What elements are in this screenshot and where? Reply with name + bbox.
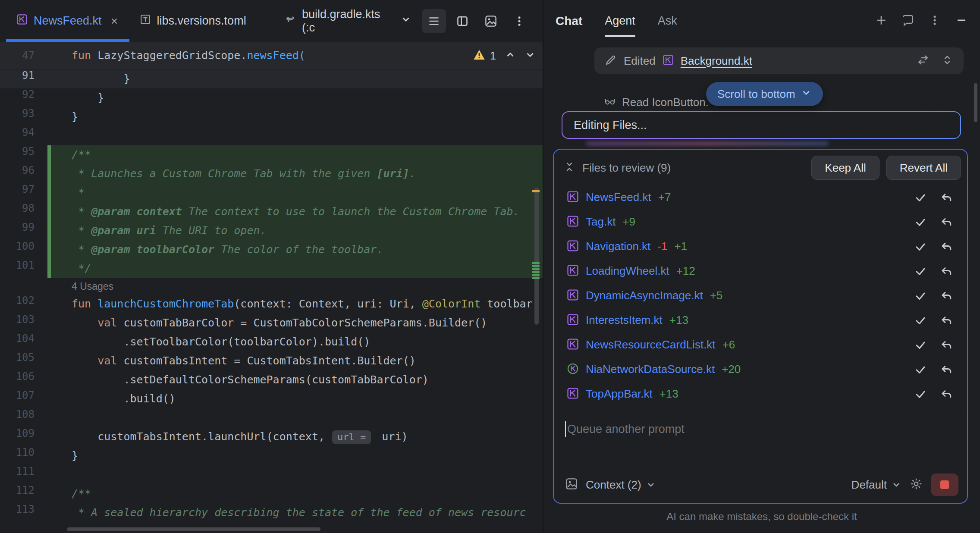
code-line[interactable]: 110} <box>0 446 543 465</box>
additions-count: +12 <box>676 264 695 278</box>
code-line[interactable]: 111 <box>0 465 543 484</box>
line-number: 98 <box>0 202 47 221</box>
code-line[interactable]: 101 */ <box>0 259 543 278</box>
revert-file-button[interactable] <box>937 262 956 281</box>
warning-icon[interactable] <box>473 48 486 63</box>
revert-file-button[interactable] <box>937 385 956 404</box>
tab-newsfeed[interactable]: NewsFeed.kt <box>6 0 129 42</box>
code-line[interactable]: 95/** <box>0 145 543 164</box>
list-view-icon[interactable] <box>422 9 446 33</box>
preview-image-icon[interactable] <box>479 9 503 33</box>
revert-file-button[interactable] <box>937 311 956 330</box>
close-tab-icon[interactable] <box>110 16 119 26</box>
accept-file-button[interactable] <box>911 237 930 256</box>
tab-libs-versions-toml[interactable]: libs.versions.toml <box>129 0 257 42</box>
revert-all-button[interactable]: Revert All <box>886 156 961 180</box>
code-line[interactable]: 94 <box>0 126 543 145</box>
code-line[interactable]: 102fun launchCustomChromeTab(context: Co… <box>0 295 543 314</box>
warning-stripe-mark[interactable] <box>532 190 540 192</box>
keep-all-button[interactable]: Keep All <box>811 156 879 180</box>
file-row: TopAppBar.kt+13 <box>554 382 967 406</box>
file-link[interactable]: NewsResourceCardList.kt <box>586 338 716 351</box>
accept-file-button[interactable] <box>911 213 930 232</box>
code-line[interactable]: 109 customTabsIntent.launchUrl(context, … <box>0 427 543 446</box>
new-chat-icon[interactable] <box>875 14 888 28</box>
stop-button[interactable] <box>931 473 958 496</box>
kebab-menu-icon[interactable] <box>507 9 531 33</box>
code-line[interactable]: 106 .setDefaultColorSchemeParams(customT… <box>0 370 543 389</box>
kebab-menu-icon[interactable] <box>928 14 941 28</box>
revert-file-button[interactable] <box>937 335 956 354</box>
minimize-icon[interactable] <box>955 14 968 28</box>
file-link[interactable]: LoadingWheel.kt <box>586 264 669 278</box>
change-stripe-marks[interactable] <box>532 262 540 280</box>
prompt-input[interactable]: Queue another prompt <box>554 410 967 437</box>
code-token: /** <box>72 148 91 161</box>
code-line[interactable]: 100 * @param toolbarColor The color of t… <box>0 240 543 259</box>
additions-count: +1 <box>674 240 687 253</box>
show-diff-icon[interactable] <box>917 54 929 68</box>
code-line[interactable]: 96 * Launches a Custom Chrome Tab with t… <box>0 164 543 183</box>
stop-icon <box>940 480 949 489</box>
revert-file-button[interactable] <box>937 286 956 305</box>
tab-ask[interactable]: Ask <box>658 0 677 42</box>
attach-image-icon[interactable] <box>565 477 578 492</box>
tab-build-gradle[interactable]: build.gradle.kts (:c <box>273 0 422 42</box>
file-link[interactable]: Navigation.kt <box>586 240 650 253</box>
context-dropdown[interactable]: Context (2) <box>586 478 656 492</box>
context-label: Context (2) <box>586 478 641 492</box>
code-line[interactable]: 112/** <box>0 484 543 503</box>
gear-icon[interactable] <box>909 477 923 492</box>
file-link[interactable]: InterestsItem.kt <box>586 314 663 327</box>
code-line[interactable]: 92 } <box>0 88 543 107</box>
usages-hint-row[interactable]: 4 Usages <box>0 278 543 295</box>
file-link[interactable]: NewsFeed.kt <box>586 191 651 204</box>
model-dropdown[interactable]: Default <box>851 478 901 492</box>
revert-file-button[interactable] <box>937 188 956 207</box>
accept-file-button[interactable] <box>911 335 930 354</box>
scroll-to-bottom-button[interactable]: Scroll to bottom <box>706 82 823 106</box>
code-line[interactable]: 99 * @param uri The URI to open. <box>0 221 543 240</box>
panel-scrollbar[interactable] <box>974 83 977 122</box>
code-line[interactable]: 104 .setToolbarColor(toolbarColor).build… <box>0 332 543 351</box>
code-line[interactable]: 113 * A sealed hierarchy describing the … <box>0 503 543 522</box>
code-area[interactable]: 91 }92 }93}9495/**96 * Launches a Custom… <box>0 69 543 522</box>
code-line[interactable]: 103 val customTabBarColor = CustomTabCol… <box>0 314 543 332</box>
line-number: 101 <box>0 259 47 278</box>
revert-file-button[interactable] <box>937 360 956 379</box>
tab-agent[interactable]: Agent <box>605 0 635 42</box>
chat-history-icon[interactable] <box>901 14 914 28</box>
edited-file-card[interactable]: Edited Background.kt <box>594 47 964 74</box>
vertical-scrollbar[interactable] <box>534 188 539 325</box>
chevron-up-icon[interactable] <box>505 49 516 62</box>
sticky-header-line[interactable]: 47 fun LazyStaggeredGridScope.newsFeed( … <box>0 42 543 69</box>
code-line[interactable]: 107 .build() <box>0 389 543 408</box>
accept-file-button[interactable] <box>911 286 930 305</box>
revert-file-button[interactable] <box>937 213 956 232</box>
read-file-row[interactable]: Read IconButton. <box>604 95 709 110</box>
collapse-icon[interactable] <box>563 161 575 175</box>
horizontal-scrollbar[interactable] <box>67 527 320 531</box>
chevron-down-icon[interactable] <box>525 49 536 62</box>
file-link[interactable]: TopAppBar.kt <box>586 387 653 401</box>
expand-collapse-icon[interactable] <box>941 54 953 68</box>
file-link[interactable]: DynamicAsyncImage.kt <box>586 289 703 302</box>
accept-file-button[interactable] <box>911 385 930 404</box>
chevron-down-icon[interactable] <box>400 14 411 28</box>
accept-file-button[interactable] <box>911 262 930 281</box>
accept-file-button[interactable] <box>911 311 930 330</box>
code-line[interactable]: 97 * <box>0 183 543 202</box>
accept-file-button[interactable] <box>911 188 930 207</box>
code-line[interactable]: 105 val customTabsIntent = CustomTabsInt… <box>0 351 543 370</box>
accept-file-button[interactable] <box>911 360 930 379</box>
file-link[interactable]: NiaNetworkDataSource.kt <box>586 363 715 376</box>
kotlin-icon <box>567 240 579 254</box>
file-link[interactable]: Tag.kt <box>586 215 616 229</box>
split-view-icon[interactable] <box>450 9 474 33</box>
code-line[interactable]: 93} <box>0 107 543 126</box>
revert-file-button[interactable] <box>937 237 956 256</box>
code-line[interactable]: 108 <box>0 408 543 427</box>
code-line[interactable]: 91 } <box>0 69 543 88</box>
edited-file-link[interactable]: Background.kt <box>681 54 752 68</box>
code-line[interactable]: 98 * @param context The context to use t… <box>0 202 543 221</box>
